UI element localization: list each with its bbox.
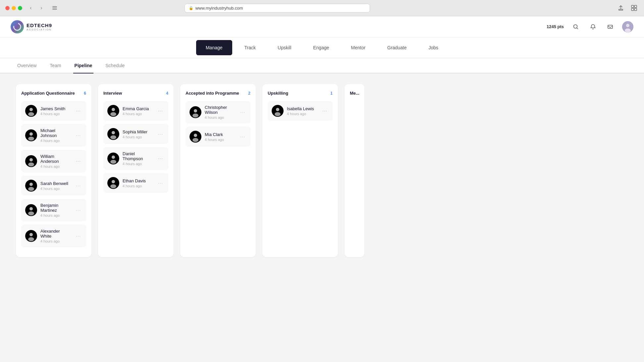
card-time: 4 hours ago: [40, 112, 71, 116]
svg-point-35: [110, 135, 116, 139]
svg-point-26: [28, 211, 34, 215]
minimize-button[interactable]: [12, 6, 16, 10]
svg-point-25: [29, 207, 33, 210]
search-icon[interactable]: [570, 22, 581, 32]
column-title-2: Accepted into Programme: [186, 91, 239, 96]
kanban-card-1-2[interactable]: Daniel Thompson4 hours ago···: [103, 147, 168, 170]
card-avatar: [107, 105, 119, 117]
card-menu-button[interactable]: ···: [157, 180, 164, 186]
card-name: Sophia Miller: [123, 129, 153, 134]
subnav-overview[interactable]: Overview: [16, 58, 38, 73]
nav-item-upskill[interactable]: Upskill: [268, 40, 301, 55]
card-name: Emma Garcia: [123, 106, 153, 111]
column-title-0: Application Questionnaire: [21, 91, 75, 96]
nav-item-track[interactable]: Track: [235, 40, 265, 55]
svg-point-32: [110, 112, 116, 116]
share-button[interactable]: [616, 3, 625, 13]
content: Application Questionnaire6 James Smith4 …: [0, 73, 644, 268]
back-button[interactable]: ‹: [26, 3, 35, 13]
column-title-3: Upskilling: [268, 91, 288, 96]
nav-item-graduate[interactable]: Graduate: [378, 40, 416, 55]
kanban-card-1-3[interactable]: Ethan Davis4 hours ago···: [103, 173, 168, 193]
card-menu-button[interactable]: ···: [239, 109, 246, 115]
tabs-button[interactable]: [629, 3, 639, 13]
avatar[interactable]: [622, 21, 633, 32]
mail-icon[interactable]: [605, 22, 616, 32]
kanban-card-1-0[interactable]: Emma Garcia4 hours ago···: [103, 101, 168, 121]
kanban-card-3-0[interactable]: Isabella Lewis4 hours ago···: [268, 101, 333, 121]
header: EDTECH9 ASSOCIATION 1245 pts: [0, 16, 644, 37]
card-menu-button[interactable]: ···: [75, 108, 82, 114]
card-avatar: [189, 131, 201, 143]
svg-point-41: [110, 184, 116, 188]
card-avatar: [25, 204, 37, 216]
kanban-card-0-4[interactable]: Benjamin Martinez4 hours ago···: [21, 199, 86, 221]
svg-point-14: [28, 112, 34, 116]
svg-point-44: [192, 113, 198, 117]
subnav-pipeline[interactable]: Pipeline: [73, 58, 94, 73]
nav-item-manage[interactable]: Manage: [196, 40, 232, 55]
card-time: 4 hours ago: [40, 239, 71, 243]
card-time: 4 hours ago: [123, 135, 153, 139]
kanban-card-0-5[interactable]: Alexander White4 hours ago···: [21, 225, 86, 247]
svg-point-7: [574, 24, 577, 28]
card-name: Daniel Thompson: [123, 151, 153, 161]
svg-rect-1: [52, 8, 57, 8]
nav-item-jobs[interactable]: Jobs: [419, 40, 448, 55]
kanban-card-0-1[interactable]: Michael Johnson4 hours ago···: [21, 124, 86, 147]
fullscreen-button[interactable]: [18, 6, 22, 10]
card-info: Sarah Benwell4 hours ago: [40, 181, 71, 191]
card-menu-button[interactable]: ···: [157, 108, 164, 114]
sidebar-toggle-button[interactable]: [50, 3, 59, 13]
forward-button[interactable]: ›: [37, 3, 46, 13]
kanban-card-2-1[interactable]: Mia Clark4 hours ago···: [186, 127, 250, 147]
kanban-card-2-0[interactable]: Christopher Wilson4 hours ago···: [186, 101, 250, 123]
card-menu-button[interactable]: ···: [321, 108, 329, 114]
card-menu-button[interactable]: ···: [75, 158, 82, 164]
subnav-team[interactable]: Team: [48, 58, 62, 73]
close-button[interactable]: [5, 6, 10, 10]
card-time: 4 hours ago: [123, 184, 153, 188]
kanban-card-0-0[interactable]: James Smith4 hours ago···: [21, 101, 86, 121]
url-text: www.myindustryhub.com: [195, 6, 243, 11]
card-name: Alexander White: [40, 229, 71, 239]
svg-rect-6: [634, 8, 637, 11]
card-menu-button[interactable]: ···: [75, 132, 82, 139]
card-menu-button[interactable]: ···: [157, 155, 164, 162]
svg-point-10: [626, 24, 629, 27]
nav-item-engage[interactable]: Engage: [303, 40, 339, 55]
card-menu-button[interactable]: ···: [75, 182, 82, 189]
sub-nav: Overview Team Pipeline Schedule: [0, 58, 644, 73]
card-menu-button[interactable]: ···: [157, 131, 164, 137]
card-info: Alexander White4 hours ago: [40, 229, 71, 243]
card-menu-button[interactable]: ···: [239, 133, 246, 140]
bell-icon[interactable]: [588, 22, 598, 32]
card-menu-button[interactable]: ···: [75, 207, 82, 213]
svg-point-40: [112, 180, 115, 183]
card-name: Michael Johnson: [40, 128, 71, 138]
kanban-card-0-3[interactable]: Sarah Benwell4 hours ago···: [21, 176, 86, 196]
traffic-lights: [5, 6, 22, 10]
address-bar[interactable]: 🔒 www.myindustryhub.com: [185, 4, 370, 13]
kanban-card-0-2[interactable]: William Anderson4 hours ago···: [21, 150, 86, 172]
svg-point-34: [112, 131, 115, 134]
card-time: 4 hours ago: [40, 139, 71, 143]
card-time: 4 hours ago: [205, 115, 236, 119]
svg-point-50: [275, 112, 281, 116]
svg-point-29: [28, 237, 34, 241]
svg-rect-2: [52, 9, 57, 10]
nav-bar: Manage Track Upskill Engage Mentor Gradu…: [0, 37, 644, 58]
kanban-column-4: Me...: [345, 84, 364, 257]
svg-point-31: [112, 108, 115, 111]
nav-item-mentor[interactable]: Mentor: [342, 40, 375, 55]
kanban-card-1-1[interactable]: Sophia Miller4 hours ago···: [103, 124, 168, 144]
svg-rect-4: [634, 5, 637, 8]
kanban-column-1: Interview4 Emma Garcia4 hours ago··· Sop…: [98, 84, 174, 257]
card-time: 4 hours ago: [40, 213, 71, 217]
card-avatar: [25, 129, 37, 141]
logo[interactable]: EDTECH9 ASSOCIATION: [11, 20, 52, 33]
card-menu-button[interactable]: ···: [75, 233, 82, 239]
subnav-schedule[interactable]: Schedule: [104, 58, 126, 73]
pts-badge: 1245 pts: [547, 24, 564, 29]
card-name: Ethan Davis: [123, 178, 153, 183]
